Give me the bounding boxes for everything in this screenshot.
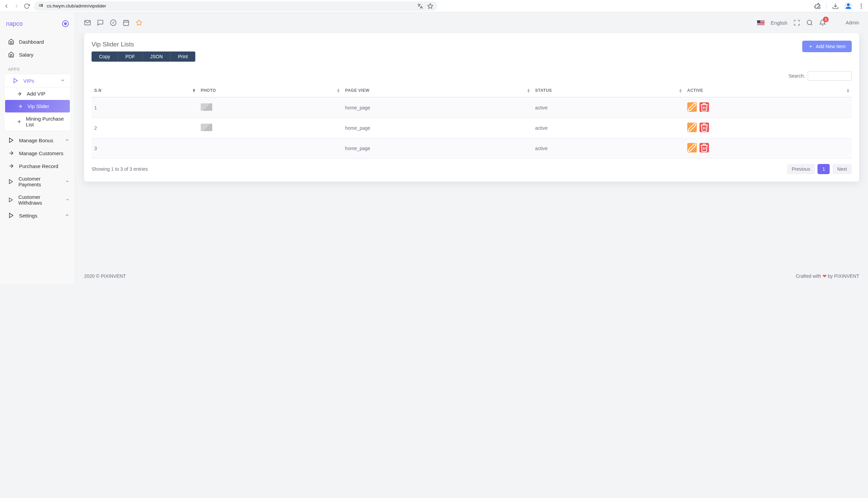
sidebar-item-label: VIPs xyxy=(23,78,34,84)
sidebar-item-salary[interactable]: Salary xyxy=(0,48,75,61)
column-active[interactable]: ACTIVE▴▾ xyxy=(685,84,852,97)
sidebar-item-manage-bonus[interactable]: Manage Bonus xyxy=(0,134,75,147)
column-sn[interactable]: S.N▴▾ xyxy=(91,84,198,97)
table-row: 3 home_page active xyxy=(91,138,852,159)
extensions-icon[interactable] xyxy=(814,3,821,10)
sidebar-item-label: Settings xyxy=(19,213,37,219)
export-json-button[interactable]: JSON xyxy=(143,52,170,62)
sidebar-item-label: Add VIP xyxy=(27,91,46,96)
column-status[interactable]: STATUS▴▾ xyxy=(532,84,684,97)
search-icon[interactable] xyxy=(806,19,813,26)
pagination-next-button[interactable]: Next xyxy=(832,164,852,174)
export-print-button[interactable]: Print xyxy=(170,52,195,62)
home-icon xyxy=(8,52,14,57)
sidebar-header: napco xyxy=(0,12,75,35)
main-area: English 5 Admin Vip Slider Lists xyxy=(75,12,868,284)
sidebar-item-label: Salary xyxy=(19,52,34,57)
export-pdf-button[interactable]: PDF xyxy=(118,52,143,62)
sidebar-item-label: Purchase Record xyxy=(19,163,58,169)
svg-marker-14 xyxy=(10,138,13,143)
edit-button[interactable] xyxy=(687,102,697,112)
fullscreen-icon[interactable] xyxy=(793,19,800,26)
pagination-prev-button[interactable]: Previous xyxy=(787,164,815,174)
profile-avatar[interactable] xyxy=(844,2,852,10)
svg-point-27 xyxy=(807,20,812,25)
user-name[interactable]: Admin xyxy=(846,20,859,25)
sidebar-item-dashboard[interactable]: Dashboard xyxy=(0,35,75,48)
svg-marker-10 xyxy=(14,78,18,83)
check-circle-icon[interactable] xyxy=(110,19,117,26)
calendar-icon[interactable] xyxy=(123,19,129,26)
sidebar-item-vips[interactable]: VIPs xyxy=(4,74,71,88)
edit-button[interactable] xyxy=(687,123,697,132)
site-settings-icon[interactable] xyxy=(38,3,43,9)
svg-rect-22 xyxy=(124,20,129,25)
cell-page-view: home_page xyxy=(343,97,533,118)
delete-button[interactable] xyxy=(700,123,709,132)
sidebar-item-purchase-record[interactable]: Purchase Record xyxy=(0,160,75,172)
divider xyxy=(826,3,827,10)
browser-menu-icon[interactable] xyxy=(858,3,865,10)
chevron-up-icon xyxy=(65,137,69,143)
browser-back-icon[interactable] xyxy=(3,3,10,9)
thumbnail-image xyxy=(201,103,212,111)
sidebar-item-customer-withdraws[interactable]: Customer Withdraws xyxy=(0,191,75,209)
content-card: Vip Slider Lists Copy PDF JSON Print Add… xyxy=(84,33,859,182)
column-photo[interactable]: PHOTO▴▾ xyxy=(198,84,343,97)
browser-reload-icon[interactable] xyxy=(24,3,30,9)
star-icon[interactable] xyxy=(136,19,142,26)
footer-copyright: 2020 © PIXINVENT xyxy=(84,273,126,279)
arrow-right-icon xyxy=(17,91,22,96)
cell-photo xyxy=(198,118,343,138)
notification-count-badge: 5 xyxy=(823,17,829,22)
cell-actions xyxy=(685,97,852,118)
sidebar-item-manage-customers[interactable]: Manage Customers xyxy=(0,147,75,160)
cell-page-view: home_page xyxy=(343,138,533,159)
delete-button[interactable] xyxy=(700,102,709,112)
entries-info: Showing 1 to 3 of 3 entries xyxy=(91,166,148,172)
sidebar-item-label: Manage Bonus xyxy=(19,137,53,143)
sidebar-item-label: Dashboard xyxy=(19,39,44,45)
downloads-icon[interactable] xyxy=(832,3,839,10)
data-table: S.N▴▾ PHOTO▴▾ PAGE VIEW▴▾ STATUS▴▾ ACTIV… xyxy=(91,84,852,159)
flag-us-icon[interactable] xyxy=(757,20,765,25)
export-copy-button[interactable]: Copy xyxy=(91,52,118,62)
cell-sn: 3 xyxy=(91,138,198,159)
arrow-right-icon xyxy=(8,163,14,169)
svg-marker-19 xyxy=(10,213,13,218)
sidebar-item-customer-payments[interactable]: Customer Payments xyxy=(0,172,75,191)
collapse-toggle-icon[interactable] xyxy=(62,20,69,27)
svg-marker-17 xyxy=(9,180,13,184)
edit-button[interactable] xyxy=(687,143,697,153)
table-row: 2 home_page active xyxy=(91,118,852,138)
sidebar-sub-add-vip[interactable]: Add VIP xyxy=(4,88,71,100)
sidebar-item-settings[interactable]: Settings xyxy=(0,209,75,222)
pagination: Previous 1 Next xyxy=(787,164,852,174)
sidebar-sub-vip-slider[interactable]: Vip Slider xyxy=(5,100,70,113)
language-label[interactable]: English xyxy=(771,20,787,26)
topbar: English 5 Admin xyxy=(75,12,868,33)
arrow-right-icon xyxy=(8,150,14,156)
mail-icon[interactable] xyxy=(84,19,91,26)
sidebar-group-vips: VIPs Add VIP Vip Slider xyxy=(4,74,71,131)
cell-page-view: home_page xyxy=(343,118,533,138)
chevron-up-icon xyxy=(65,213,69,219)
delete-button[interactable] xyxy=(700,143,709,153)
translate-icon[interactable] xyxy=(417,3,423,9)
cell-sn: 2 xyxy=(91,118,198,138)
bookmark-star-icon[interactable] xyxy=(427,3,433,9)
browser-forward-icon[interactable] xyxy=(14,3,20,9)
play-icon xyxy=(8,179,14,185)
pagination-page-1-button[interactable]: 1 xyxy=(817,164,830,174)
brand-name[interactable]: napco xyxy=(6,20,23,27)
notifications-icon[interactable]: 5 xyxy=(819,19,826,26)
browser-chrome: cs.hwym.club/admin/vipslider xyxy=(0,0,868,12)
add-new-item-button[interactable]: Add New Item xyxy=(802,41,852,52)
browser-url-bar[interactable]: cs.hwym.club/admin/vipslider xyxy=(34,1,437,11)
sidebar-section-apps: APPS xyxy=(0,61,75,74)
search-input[interactable] xyxy=(808,71,852,81)
sidebar-sub-mining-purchase[interactable]: Mining Purchase List xyxy=(4,113,71,131)
chat-icon[interactable] xyxy=(97,19,104,26)
column-page-view[interactable]: PAGE VIEW▴▾ xyxy=(343,84,533,97)
cell-sn: 1 xyxy=(91,97,198,118)
